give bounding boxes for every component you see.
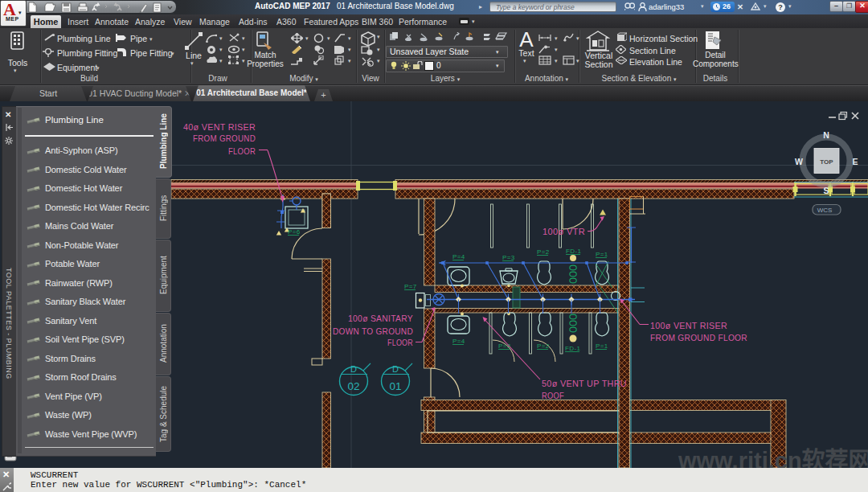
svg-text:N: N [823, 130, 829, 140]
svg-text:FD-1: FD-1 [566, 248, 582, 255]
svg-text:WCS: WCS [817, 207, 833, 214]
svg-text:FROM GROUND: FROM GROUND [193, 133, 256, 143]
svg-text:01: 01 [389, 380, 401, 392]
svg-text:50ø VENT UP THRU: 50ø VENT UP THRU [542, 379, 627, 388]
svg-text:W: W [795, 157, 803, 166]
svg-text:P=4: P=4 [452, 253, 465, 260]
svg-text:P=7: P=7 [404, 283, 417, 290]
svg-text:S: S [823, 186, 829, 195]
svg-text:100ø VTR: 100ø VTR [542, 227, 585, 236]
svg-text:P=1: P=1 [596, 342, 608, 350]
svg-text:FROM GROUND FLOOR: FROM GROUND FLOOR [650, 333, 747, 342]
svg-text:P=3: P=3 [502, 254, 515, 261]
svg-text:40ø VENT RISER: 40ø VENT RISER [183, 122, 256, 132]
svg-text:P=6: P=6 [288, 228, 301, 236]
svg-text:P=2: P=2 [537, 342, 550, 350]
svg-text:D: D [350, 364, 357, 374]
svg-text:100ø VENT RISER: 100ø VENT RISER [650, 321, 727, 330]
svg-text:P=2: P=2 [537, 248, 550, 256]
svg-text:P=4: P=4 [452, 338, 465, 345]
svg-text:02: 02 [347, 380, 359, 392]
svg-text:TOP: TOP [820, 158, 833, 166]
svg-text:D: D [392, 364, 399, 374]
svg-text:FLOOR: FLOOR [228, 146, 256, 156]
svg-text:P=1: P=1 [596, 251, 608, 258]
svg-text:100ø SANITARY: 100ø SANITARY [348, 314, 413, 323]
svg-text:DOWN TO GROUND: DOWN TO GROUND [333, 326, 413, 336]
svg-text:FLOOR: FLOOR [387, 338, 413, 347]
svg-text:ROOF: ROOF [542, 391, 564, 400]
svg-text:FD-1: FD-1 [565, 345, 581, 352]
svg-text:E: E [852, 157, 858, 166]
